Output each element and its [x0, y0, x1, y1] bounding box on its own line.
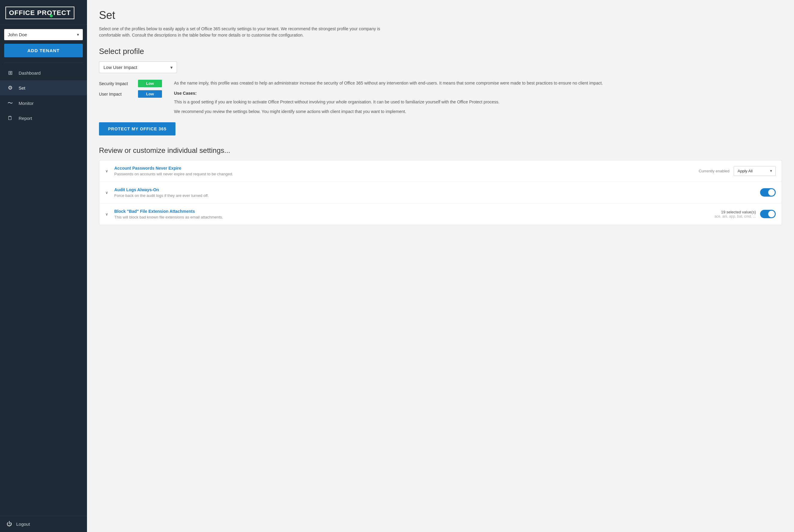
audit-info: Audit Logs Always-On Force back on the a…	[114, 187, 688, 198]
fileext-desc: This will block bad known file extension…	[114, 215, 688, 220]
profile-info-row: Security Impact Low User Impact Low As t…	[99, 80, 782, 115]
use-cases-title: Use Cases:	[174, 90, 782, 96]
audit-toggle[interactable]	[760, 188, 776, 196]
audit-chevron-icon[interactable]: ∨	[105, 190, 111, 195]
tenant-select-container: John Doe ▼	[4, 29, 83, 40]
add-tenant-button[interactable]: ADD TENANT	[4, 44, 83, 57]
setting-row-passwords: ∨ Account Passwords Never Expire Passwor…	[99, 160, 782, 182]
fileext-name: Block "Bad" File Extension Attachments	[114, 209, 688, 214]
logo: OFFICE PROTECT	[5, 6, 74, 19]
sidebar-item-label-report: Report	[19, 116, 32, 121]
profile-select[interactable]: Low User Impact Medium User Impact High …	[99, 61, 177, 73]
sidebar-item-label-dashboard: Dashboard	[19, 71, 40, 76]
profile-description: As the name imply, this profile was crea…	[174, 80, 782, 115]
profile-labels: Security Impact Low User Impact Low	[99, 80, 165, 101]
user-impact-badge: Low	[138, 90, 162, 98]
protect-button[interactable]: PROTECT MY OFFICE 365	[99, 122, 176, 135]
passwords-right: Currently enabled Apply All Apply None A…	[692, 166, 776, 176]
user-impact-row: User Impact Low	[99, 90, 165, 98]
page-description: Select one of the profiles below to easi…	[99, 26, 384, 38]
nav-menu: ⊞ Dashboard ⚙ Set 〜 Monitor 🗒 Report	[0, 65, 87, 516]
passwords-chevron-icon[interactable]: ∨	[105, 169, 111, 173]
logo-o: O	[47, 9, 52, 17]
sidebar-item-monitor[interactable]: 〜 Monitor	[0, 95, 87, 111]
tenant-select[interactable]: John Doe	[4, 29, 83, 40]
fileext-values-count: 19 selected value(s)	[715, 210, 756, 214]
tenant-select-wrap: John Doe ▼	[0, 25, 87, 40]
page-title: Set	[99, 9, 782, 22]
fileext-right: 19 selected value(s) ace, ani, app, bat,…	[692, 210, 776, 218]
audit-name: Audit Logs Always-On	[114, 187, 688, 192]
monitor-icon: 〜	[6, 99, 14, 107]
audit-right	[692, 188, 776, 196]
fileext-toggle[interactable]	[760, 210, 776, 218]
profile-desc-text: As the name imply, this profile was crea…	[174, 80, 782, 86]
audit-toggle-slider	[760, 188, 776, 196]
setting-row-audit: ∨ Audit Logs Always-On Force back on the…	[99, 182, 782, 204]
logout-item[interactable]: ⏻ Logout	[0, 516, 87, 532]
fileext-toggle-slider	[760, 210, 776, 218]
dashboard-icon: ⊞	[6, 70, 14, 76]
passwords-name: Account Passwords Never Expire	[114, 166, 688, 171]
fileext-values-preview: ace, ani, app, bat, cmd, ...	[715, 214, 756, 218]
sidebar-divider	[4, 63, 83, 63]
apply-all-select[interactable]: Apply All Apply None Apply Selected	[734, 166, 776, 176]
main-content: Set Select one of the profiles below to …	[87, 0, 794, 532]
sidebar-item-set[interactable]: ⚙ Set	[0, 80, 87, 95]
audit-desc: Force back on the audit logs if they are…	[114, 193, 688, 198]
use-cases-line2: We recommend you review the settings bel…	[174, 108, 782, 115]
set-icon: ⚙	[6, 84, 14, 91]
report-icon: 🗒	[6, 115, 14, 121]
logo-area: OFFICE PROTECT	[0, 0, 87, 25]
security-impact-row: Security Impact Low	[99, 80, 165, 87]
logout-icon: ⏻	[6, 521, 12, 527]
sidebar: OFFICE PROTECT John Doe ▼ ADD TENANT ⊞ D…	[0, 0, 87, 532]
user-impact-label: User Impact	[99, 92, 135, 96]
passwords-desc: Passwords on accounts will never expire …	[114, 172, 688, 176]
review-title: Review or customize individual settings.…	[99, 146, 782, 155]
logout-label: Logout	[16, 521, 30, 527]
passwords-status: Currently enabled	[699, 169, 730, 173]
sidebar-item-dashboard[interactable]: ⊞ Dashboard	[0, 65, 87, 80]
setting-row-fileext: ∨ Block "Bad" File Extension Attachments…	[99, 204, 782, 225]
apply-select-wrap: Apply All Apply None Apply Selected ▼	[734, 166, 776, 176]
profile-select-wrap: Low User Impact Medium User Impact High …	[99, 61, 177, 73]
sidebar-item-label-set: Set	[19, 86, 25, 91]
sidebar-item-report[interactable]: 🗒 Report	[0, 111, 87, 126]
fileext-values: 19 selected value(s) ace, ani, app, bat,…	[715, 210, 756, 218]
passwords-info: Account Passwords Never Expire Passwords…	[114, 166, 688, 176]
security-impact-label: Security Impact	[99, 81, 135, 86]
sidebar-item-label-monitor: Monitor	[19, 101, 34, 106]
security-impact-badge: Low	[138, 80, 162, 87]
fileext-info: Block "Bad" File Extension Attachments T…	[114, 209, 688, 220]
use-cases-line1: This is a good setting if you are lookin…	[174, 99, 782, 105]
select-profile-title: Select profile	[99, 47, 782, 56]
settings-card: ∨ Account Passwords Never Expire Passwor…	[99, 160, 782, 225]
fileext-chevron-icon[interactable]: ∨	[105, 212, 111, 216]
